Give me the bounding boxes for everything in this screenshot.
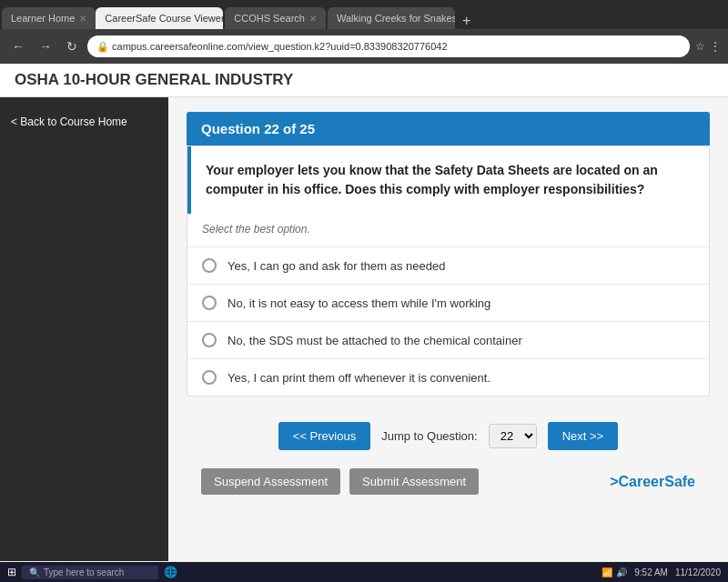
select-prompt: Select the best option. <box>187 219 709 246</box>
option-4[interactable]: Yes, I can print them off whenever it is… <box>187 358 709 396</box>
back-button[interactable]: ← <box>7 37 29 55</box>
network-icon: 📶 <box>602 567 612 577</box>
tab-bar: Learner Home ✕ CareerSafe Course Viewer … <box>0 0 728 29</box>
page-title: OSHA 10-HOUR GENERAL INDUSTRY <box>15 71 713 89</box>
radio-1[interactable] <box>202 258 217 273</box>
submit-button[interactable]: Submit Assessment <box>349 468 479 495</box>
forward-button[interactable]: → <box>35 37 56 55</box>
windows-icon[interactable]: ⊞ <box>7 566 16 578</box>
previous-button[interactable]: << Previous <box>278 422 370 450</box>
option-3[interactable]: No, the SDS must be attached to the chem… <box>187 321 709 358</box>
footer-buttons: Suspend Assessment Submit Assessment <box>201 468 479 495</box>
radio-3[interactable] <box>202 333 217 347</box>
option-1[interactable]: Yes, I can go and ask for them as needed <box>187 246 709 284</box>
lock-icon: 🔒 <box>96 41 109 53</box>
question-body: Your employer lets you know that the Saf… <box>187 146 709 214</box>
search-placeholder: Type here to search <box>44 567 124 577</box>
tab-walking-creeks[interactable]: Walking Creeks for Snakes in M... ✕ <box>328 7 455 29</box>
suspend-button[interactable]: Suspend Assessment <box>201 468 340 495</box>
back-to-course-link[interactable]: < Back to Course Home <box>0 108 168 135</box>
content-area: Question 22 of 25 Your employer lets you… <box>168 97 728 561</box>
reload-button[interactable]: ↻ <box>62 37 82 55</box>
radio-4[interactable] <box>202 370 217 385</box>
clock-date: 11/12/2020 <box>675 567 721 577</box>
new-tab-button[interactable]: + <box>455 13 478 29</box>
taskbar-right: 📶 🔊 9:52 AM 11/12/2020 <box>602 567 721 577</box>
option-1-text: Yes, I can go and ask for them as needed <box>228 259 445 273</box>
option-2[interactable]: No, it is not easy to access them while … <box>187 284 709 321</box>
tab-ccohs[interactable]: CCOHS Search ✕ <box>225 7 326 29</box>
tab-label: Walking Creeks for Snakes in M... <box>337 13 455 24</box>
tab-label: CCOHS Search <box>234 13 305 24</box>
radio-2[interactable] <box>202 296 217 310</box>
tab-careersafe[interactable]: CareerSafe Course Viewer ✕ <box>96 7 223 29</box>
taskbar: ⊞ 🔍 Type here to search 🌐 📶 🔊 9:52 AM 11… <box>0 562 728 582</box>
nav-bar: ← → ↻ 🔒 campus.careersafeonline.com/view… <box>0 29 728 64</box>
address-text: campus.careersafeonline.com/view_questio… <box>112 41 447 52</box>
question-text: Your employer lets you know that the Saf… <box>206 161 694 199</box>
option-4-text: Yes, I can print them off whenever it is… <box>228 371 490 385</box>
main-layout: < Back to Course Home Question 22 of 25 … <box>0 97 728 561</box>
sidebar: < Back to Course Home <box>0 97 168 561</box>
question-header: Question 22 of 25 <box>187 112 710 146</box>
edge-icon[interactable]: 🌐 <box>164 566 177 578</box>
browser-nav-icons: ☆ ⋮ <box>695 40 721 53</box>
taskbar-search[interactable]: 🔍 Type here to search <box>22 566 158 579</box>
clock-time: 9:52 AM <box>634 567 668 577</box>
taskbar-left: ⊞ 🔍 Type here to search 🌐 <box>7 566 177 579</box>
option-3-text: No, the SDS must be attached to the chem… <box>228 334 522 347</box>
jump-select[interactable]: 22 <box>489 424 537 448</box>
question-card: Your employer lets you know that the Saf… <box>187 146 710 396</box>
jump-label: Jump to Question: <box>381 429 478 443</box>
footer-bar: Suspend Assessment Submit Assessment >Ca… <box>187 461 710 502</box>
next-button[interactable]: Next >> <box>548 422 619 450</box>
tab-learner-home[interactable]: Learner Home ✕ <box>2 7 96 29</box>
logo-text: >CareerSafe <box>610 474 695 489</box>
star-icon[interactable]: ☆ <box>695 40 705 53</box>
menu-icon[interactable]: ⋮ <box>710 40 721 53</box>
system-tray: 📶 🔊 <box>602 567 627 577</box>
tab-label: CareerSafe Course Viewer <box>105 13 223 24</box>
tab-label: Learner Home <box>11 13 75 24</box>
browser-chrome: Learner Home ✕ CareerSafe Course Viewer … <box>0 0 728 64</box>
tab-close-icon[interactable]: ✕ <box>309 14 317 24</box>
search-icon: 🔍 <box>29 567 40 577</box>
option-2-text: No, it is not easy to access them while … <box>228 296 490 310</box>
navigation-buttons: << Previous Jump to Question: 22 Next >> <box>187 411 710 461</box>
address-bar[interactable]: 🔒 campus.careersafeonline.com/view_quest… <box>87 35 690 57</box>
volume-icon: 🔊 <box>616 567 627 577</box>
page-header: OSHA 10-HOUR GENERAL INDUSTRY <box>0 64 728 97</box>
tab-close-icon[interactable]: ✕ <box>79 14 86 24</box>
careersafe-logo: >CareerSafe <box>610 474 695 490</box>
